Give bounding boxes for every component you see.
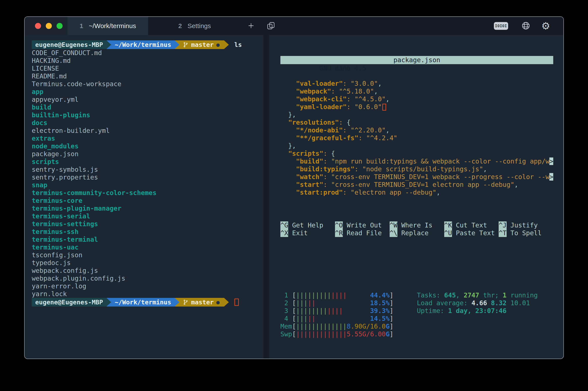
zoom-button[interactable] (57, 23, 63, 29)
nano-code-segment: "build:typings" (296, 165, 355, 173)
powerline-arrow-icon (106, 298, 111, 306)
git-dirty-dot-icon: ● (216, 298, 220, 306)
terminal-content: eugene@Eugenes-MBP~/Work/terminusmaster●… (25, 35, 563, 359)
nano-code-segment (280, 181, 296, 188)
meter-bracket: ] (390, 299, 393, 307)
file-entry: terminus-terminal (32, 236, 263, 243)
nano-code-segment: "build" (296, 158, 323, 165)
nano-code-segment (280, 95, 296, 103)
close-button[interactable] (35, 23, 41, 29)
terminal-cursor (234, 298, 239, 306)
htop-meters: 1 [||||||||||||| 44.4%] 2 [||||| 18.5%] … (280, 292, 563, 338)
meter-bars-green: ||| (296, 315, 308, 322)
file-entry: package.json (32, 150, 263, 158)
web-button[interactable] (516, 17, 536, 35)
settings-button[interactable]: ⚙ (536, 17, 556, 35)
htop-summary-line: Load average: 4.66 8.32 10.01 (417, 299, 538, 307)
file-entry: build (32, 103, 263, 111)
nano-editor-content[interactable]: "val-loader": "3.0.0", "webpack": "^5.18… (280, 80, 563, 196)
nano-code-segment: : "^2.20.0" (343, 126, 386, 134)
nano-shortcut[interactable]: ^\ Replace (390, 229, 444, 237)
nano-code-segment: , (483, 165, 487, 173)
file-entry: snap (32, 181, 263, 189)
nano-code-segment: : "^5.18.0" (331, 88, 374, 95)
globe-icon (521, 21, 530, 31)
nano-shortcut[interactable]: ^W Where Is (390, 221, 444, 229)
nano-shortcut[interactable]: ^J Justify (499, 221, 553, 229)
plus-icon (247, 22, 255, 30)
nano-code-segment (280, 150, 288, 157)
nano-code-line: "webpack": "^5.18.0", (280, 88, 563, 95)
shortcut-key-badge: ^G (280, 221, 288, 229)
minimize-button[interactable] (46, 23, 52, 29)
nano-shortcut[interactable]: ^K Cut Text (444, 221, 499, 229)
git-dirty-dot-icon: ● (216, 41, 220, 49)
tab-settings[interactable]: 2 Settings (148, 17, 241, 35)
nano-code-segment: "webpack-cli" (296, 95, 347, 103)
nano-code-segment: { (347, 119, 351, 126)
file-entry: Terminus.code-workspace (32, 80, 263, 88)
meter-label: 3 (280, 307, 292, 314)
traffic-lights (25, 17, 68, 35)
nano-title-bar: GNU nano 4.5 package.json (280, 56, 553, 64)
nano-code-segment (280, 126, 296, 134)
nano-code-line: }, (280, 111, 563, 119)
meter-bracket: ] (390, 292, 393, 299)
nano-filename: package.json (393, 56, 440, 64)
powerline-arrow-icon (224, 298, 229, 306)
split-tab-button[interactable] (261, 17, 281, 35)
nano-code-segment (280, 134, 296, 142)
nano-code-segment: , (374, 88, 378, 95)
tab-label: ~/Work/terminus (89, 22, 136, 30)
nano-code-line: "build": "npm run build:typings && webpa… (280, 158, 563, 165)
nano-code-segment: , (386, 95, 390, 103)
git-branch-icon (183, 299, 188, 305)
file-entry: app (32, 88, 263, 96)
meter-label: Mem (280, 322, 292, 330)
nano-code-segment: { (331, 150, 335, 157)
meter-percent: 14.5% (370, 315, 389, 322)
htop-meter-row: 3 [|||||||||||| 39.3%] (280, 307, 393, 315)
nano-code-segment: "*/node-abi" (296, 126, 343, 134)
new-tab-button[interactable] (241, 17, 261, 35)
shortcut-label: Read File (347, 229, 382, 237)
prompt-path-segment: ~/Work/terminus (111, 298, 175, 306)
serial-connections-button[interactable]: IOIOI (492, 17, 516, 35)
nano-code-segment: : "electron app --debug" (343, 189, 436, 196)
nano-shortcut[interactable]: ^G Get Help (280, 221, 335, 229)
nano-code-segment (280, 158, 296, 165)
nano-shortcut[interactable]: ^T To Spell (499, 229, 553, 237)
nano-code-segment (280, 119, 288, 126)
shortcut-key-badge: ^K (444, 221, 452, 229)
tabbar-right-pad (556, 17, 563, 35)
file-entry: CODE_OF_CONDUCT.md (32, 49, 263, 57)
nano-shortcut[interactable]: ^U Paste Text (444, 229, 499, 237)
file-entry: terminus-uac (32, 243, 263, 251)
meter-bars-red: |||| (331, 292, 347, 299)
meter-bars-red: || (308, 315, 315, 322)
git-branch-name: master (191, 298, 214, 306)
shortcut-label: Write Out (347, 221, 382, 229)
shell-prompt: eugene@Eugenes-MBP~/Work/terminusmaster● (32, 298, 263, 306)
pane-divider[interactable] (263, 35, 269, 359)
nano-code-segment: }, (280, 111, 296, 118)
tab-work-terminus[interactable]: 1 ~/Work/terminus (68, 17, 148, 35)
nano-shortcut[interactable]: ^X Exit (280, 229, 335, 237)
htop-summary: Tasks: 645, 2747 thr; 1 runningLoad aver… (417, 292, 538, 338)
shortcut-label: Replace (401, 229, 429, 237)
nano-shortcut[interactable]: ^O Write Out (335, 221, 390, 229)
shortcut-key-badge: ^U (444, 229, 452, 237)
meter-bars-red: || (308, 299, 315, 307)
file-entry: terminus-ssh (32, 228, 263, 236)
file-entry: tsconfig.json (32, 251, 263, 259)
nano-code-segment: "yaml-loader" (296, 103, 347, 111)
meter-bracket: [ (292, 307, 296, 314)
shortcut-key-badge: ^W (390, 221, 397, 229)
gear-icon: ⚙ (541, 21, 550, 31)
shortcut-key-badge: ^J (499, 221, 507, 229)
meter-bars-green: ||||||||| (296, 292, 331, 299)
nano-shortcut[interactable]: ^R Read File (335, 229, 390, 237)
terminal-pane-shell[interactable]: eugene@Eugenes-MBP~/Work/terminusmaster●… (25, 35, 263, 359)
terminal-pane-right[interactable]: GNU nano 4.5 package.json "val-loader": … (269, 35, 563, 359)
htop-meter-row: Mem[|||||||||||||8.90G/16.0G] (280, 322, 393, 330)
